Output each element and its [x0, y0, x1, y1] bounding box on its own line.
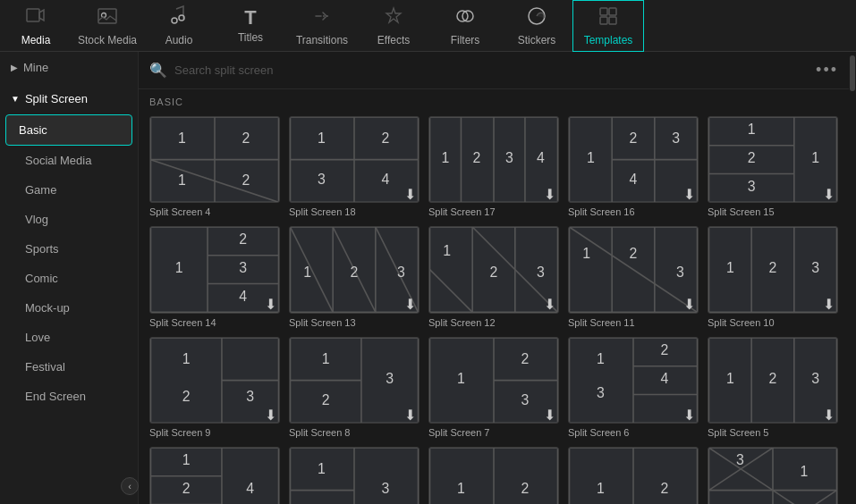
sidebar-item-mockup[interactable]: Mock-up	[0, 293, 138, 323]
svg-text:⬇: ⬇	[404, 297, 416, 312]
svg-text:⬇: ⬇	[544, 187, 555, 202]
nav-stock-media[interactable]: Stock Media	[72, 0, 143, 52]
nav-transitions-label: Transitions	[296, 34, 348, 46]
thumb-split-screen-30[interactable]: 3 1 4 2 ⬇	[708, 447, 838, 504]
list-item[interactable]: 1 2 3 ⬇ Split Screen 11	[568, 226, 699, 327]
thumb-split-screen-10[interactable]: 1 2 3 ⬇	[708, 226, 838, 313]
list-item[interactable]: 3 1 4 2 ⬇ Split Screen 30	[708, 447, 838, 504]
scrollbar[interactable]	[849, 52, 856, 504]
list-item[interactable]: 1 2 ⬇ Split Screen 1	[568, 447, 699, 504]
svg-text:2: 2	[242, 172, 250, 188]
svg-rect-8	[600, 8, 607, 15]
svg-text:2: 2	[769, 370, 777, 385]
svg-rect-11	[609, 17, 616, 24]
svg-text:3: 3	[811, 370, 819, 385]
svg-text:1: 1	[175, 260, 183, 275]
list-item[interactable]: 1 2 3 ⬇ Split Screen 10	[708, 226, 838, 327]
thumb-split-screen-5[interactable]: 1 2 3 ⬇	[708, 337, 838, 424]
nav-audio[interactable]: Audio	[143, 0, 215, 52]
svg-point-3	[172, 18, 177, 23]
sidebar-end-screen-label: End Screen	[25, 390, 86, 403]
svg-text:1: 1	[178, 172, 186, 188]
thumb-split-screen-6[interactable]: 1 2 3 4 ⬇	[568, 337, 699, 424]
sidebar-item-love[interactable]: Love	[0, 323, 138, 352]
sidebar-split-screen-header[interactable]: ▼ Split Screen	[0, 83, 138, 114]
mine-chevron-icon: ▶	[11, 63, 18, 72]
nav-media-label: Media	[21, 34, 51, 46]
svg-text:1: 1	[726, 260, 734, 275]
thumb-split-screen-17[interactable]: 1 2 3 4 ⬇	[428, 116, 559, 203]
label-split-screen-7: Split Screen 7	[428, 427, 559, 438]
label-split-screen-17: Split Screen 17	[428, 206, 559, 217]
thumb-split-screen-19[interactable]: 1 2 3 4 ⬇	[149, 447, 280, 504]
list-item[interactable]: 1 2 3 ⬇ Split Screen 12	[428, 226, 559, 327]
nav-transitions[interactable]: Transitions	[286, 0, 358, 52]
search-input[interactable]	[174, 63, 809, 77]
thumb-split-screen-15[interactable]: 1 1 2 3 ⬇	[708, 116, 838, 203]
thumb-split-screen-18[interactable]: 1 2 3 4 ⬇	[289, 116, 420, 203]
sidebar-item-end-screen[interactable]: End Screen	[0, 382, 138, 411]
top-nav: Media Stock Media Audio T Titles	[0, 0, 856, 52]
list-item[interactable]: 1 2 3 4 ⬇ Split Screen 18	[289, 116, 420, 217]
svg-text:1: 1	[801, 464, 809, 479]
sidebar-item-comic[interactable]: Comic	[0, 264, 138, 293]
thumb-split-screen-1[interactable]: 1 2 ⬇	[568, 447, 699, 504]
svg-text:2: 2	[182, 481, 191, 496]
list-item[interactable]: 1 2 3 ⬇ Split Screen 9	[149, 337, 280, 438]
thumb-split-screen-4[interactable]: 1 2 1 2	[149, 116, 280, 203]
sidebar-item-festival[interactable]: Festival	[0, 352, 138, 382]
thumb-split-screen-8[interactable]: 1 2 3 ⬇	[289, 337, 420, 424]
more-options-button[interactable]: •••	[816, 61, 838, 80]
list-item[interactable]: 1 2 3 ⬇ Split Screen 8	[289, 337, 420, 438]
list-item[interactable]: 1 2 3 ⬇ Split Screen 3	[289, 447, 420, 504]
search-bar: 🔍 •••	[139, 52, 849, 89]
list-item[interactable]: 1 2 3 4 ⬇ Split Screen 14	[149, 226, 280, 327]
sidebar-mine[interactable]: ▶ Mine	[0, 52, 138, 83]
list-item[interactable]: 1 2 3 4 ⬇ Split Screen 6	[568, 337, 699, 438]
thumb-split-screen-13[interactable]: 1 2 3 ⬇	[289, 226, 420, 313]
nav-media[interactable]: Media	[0, 0, 72, 52]
thumb-split-screen-9[interactable]: 1 2 3 ⬇	[149, 337, 280, 424]
list-item[interactable]: 1 2 3 4 ⬇ Split Screen 16	[568, 116, 699, 217]
svg-text:⬇: ⬇	[823, 297, 835, 312]
thumb-split-screen-16[interactable]: 1 2 3 4 ⬇	[568, 116, 699, 203]
thumb-split-screen-11[interactable]: 1 2 3 ⬇	[568, 226, 699, 313]
list-item[interactable]: 1 2 3 ⬇ Split Screen 13	[289, 226, 420, 327]
nav-templates[interactable]: Templates	[572, 0, 644, 52]
sidebar-item-basic[interactable]: Basic	[5, 114, 132, 146]
nav-stickers[interactable]: Stickers	[501, 0, 572, 52]
sidebar-item-sports[interactable]: Sports	[0, 234, 138, 264]
svg-text:2: 2	[521, 350, 530, 365]
svg-text:3: 3	[811, 260, 819, 275]
nav-filters-label: Filters	[451, 34, 480, 46]
svg-text:3: 3	[672, 130, 680, 146]
thumb-split-screen-2[interactable]: 1 2 ⬇	[428, 447, 559, 504]
media-icon	[25, 5, 47, 30]
thumb-split-screen-12[interactable]: 1 2 3 ⬇	[428, 226, 559, 313]
thumb-split-screen-7[interactable]: 1 2 3 ⬇	[428, 337, 559, 424]
thumb-split-screen-14[interactable]: 1 2 3 4 ⬇	[149, 226, 280, 313]
thumb-split-screen-3[interactable]: 1 2 3 ⬇	[289, 447, 420, 504]
svg-text:1: 1	[726, 370, 734, 385]
svg-text:1: 1	[318, 130, 326, 146]
list-item[interactable]: 1 2 1 2 Split Screen 4	[149, 116, 280, 217]
sidebar-item-social-media[interactable]: Social Media	[0, 146, 138, 175]
list-item[interactable]: 1 2 3 ⬇ Split Screen 7	[428, 337, 559, 438]
nav-stickers-label: Stickers	[518, 34, 556, 46]
nav-titles[interactable]: T Titles	[215, 0, 286, 52]
label-split-screen-4: Split Screen 4	[149, 206, 280, 217]
list-item[interactable]: 1 2 3 ⬇ Split Screen 5	[708, 337, 838, 438]
svg-text:3: 3	[386, 370, 394, 385]
sidebar-item-vlog[interactable]: Vlog	[0, 205, 138, 234]
list-item[interactable]: 1 1 2 3 ⬇ Split Screen 15	[708, 116, 838, 217]
list-item[interactable]: 1 2 ⬇ Split Screen 2	[428, 447, 559, 504]
svg-text:1: 1	[457, 481, 465, 496]
list-item[interactable]: 1 2 3 4 ⬇ Split Screen 17	[428, 116, 559, 217]
nav-filters[interactable]: Filters	[429, 0, 501, 52]
list-item[interactable]: 1 2 3 4 ⬇ Split Screen 19	[149, 447, 280, 504]
sidebar-item-game[interactable]: Game	[0, 175, 138, 205]
svg-text:2: 2	[242, 130, 250, 146]
nav-effects[interactable]: Effects	[358, 0, 429, 52]
templates-icon	[598, 5, 619, 30]
sidebar-collapse-button[interactable]: ‹	[121, 477, 139, 495]
